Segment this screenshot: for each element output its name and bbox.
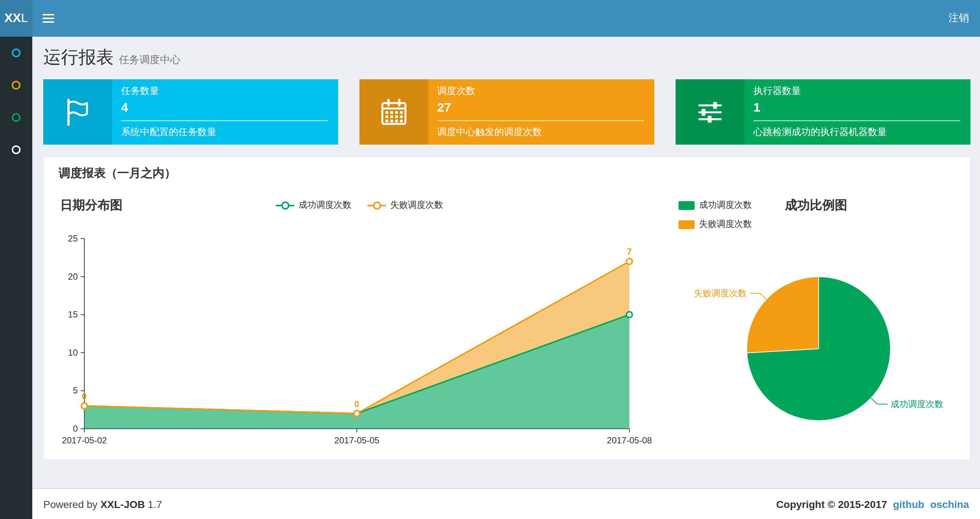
hamburger-icon: [43, 14, 54, 15]
info-box-label: 调度次数: [437, 85, 644, 97]
info-box-label: 执行器数量: [753, 85, 960, 97]
circle-outline-icon: [12, 145, 21, 154]
github-link[interactable]: github: [893, 498, 924, 510]
report-panel: 调度报表（一月之内） 日期分布图 成功调度次数 失败调度次数 051015202…: [43, 156, 970, 460]
calendar-icon: [360, 79, 428, 145]
sidebar: [0, 37, 32, 519]
sidebar-item-4[interactable]: [0, 134, 32, 166]
circle-outline-icon: [12, 113, 21, 122]
svg-text:15: 15: [68, 310, 78, 319]
success-ratio-pie-chart: 成功调度次数失败调度次数: [632, 194, 971, 443]
legend-item-fail[interactable]: 失败调度次数: [368, 199, 443, 211]
info-box-separator: [753, 120, 960, 121]
info-box-desc: 调度中心触发的调度次数: [437, 126, 644, 139]
svg-text:2017-05-02: 2017-05-02: [62, 435, 107, 445]
info-box-desc: 心跳检测成功的执行器机器数量: [753, 126, 960, 139]
svg-text:0: 0: [354, 399, 359, 409]
svg-text:2017-05-05: 2017-05-05: [334, 435, 380, 445]
sidebar-item-2[interactable]: [0, 69, 32, 101]
info-box-desc: 系统中配置的任务数量: [121, 126, 328, 139]
page-subtitle: 任务调度中心: [119, 54, 180, 65]
sliders-icon: [676, 79, 745, 145]
svg-text:10: 10: [68, 348, 78, 358]
circle-outline-icon: [12, 48, 21, 57]
info-box-value: 27: [437, 101, 644, 115]
line-series-marker: [368, 204, 386, 206]
info-box-jobs: 任务数量 4 系统中配置的任务数量: [43, 79, 338, 145]
page-title: 运行报表: [43, 47, 114, 67]
svg-text:成功调度次数: 成功调度次数: [891, 399, 943, 409]
powered-by-text: Powered by: [43, 498, 97, 510]
sidebar-item-3[interactable]: [0, 101, 32, 134]
info-box-separator: [121, 120, 328, 121]
info-box-value: 1: [753, 101, 960, 115]
legend-item-success[interactable]: 成功调度次数: [276, 199, 352, 211]
version-text: 1.7: [148, 498, 162, 510]
legend-label: 失败调度次数: [390, 199, 443, 211]
oschina-link[interactable]: oschina: [930, 498, 969, 510]
info-box-separator: [437, 120, 644, 121]
logo[interactable]: XXL: [0, 0, 32, 37]
sidebar-item-1[interactable]: [0, 37, 32, 69]
svg-text:0: 0: [73, 423, 78, 433]
logo-light-text: L: [21, 11, 28, 26]
copyright-text: Copyright © 2015-2017: [776, 498, 887, 510]
page-footer: Powered by XXL-JOB 1.7 Copyright © 2015-…: [32, 488, 980, 519]
info-box-triggers: 调度次数 27 调度中心触发的调度次数: [360, 79, 654, 145]
date-distribution-chart: 05101520252017-05-022017-05-052017-05-08…: [70, 230, 679, 451]
logo-bold-text: XX: [5, 11, 21, 26]
info-box-value: 4: [121, 101, 328, 115]
svg-text:失败调度次数: 失败调度次数: [694, 288, 747, 298]
page-header: 运行报表任务调度中心: [32, 37, 980, 69]
circle-outline-icon: [12, 81, 21, 89]
svg-text:25: 25: [68, 233, 78, 243]
line-series-marker: [276, 204, 294, 206]
line-chart-legend: 成功调度次数 失败调度次数: [44, 199, 675, 211]
svg-text:20: 20: [68, 271, 78, 281]
svg-text:7: 7: [627, 247, 632, 257]
info-box-label: 任务数量: [121, 85, 328, 97]
svg-text:0: 0: [82, 391, 87, 401]
info-box-executors: 执行器数量 1 心跳检测成功的执行器机器数量: [676, 79, 970, 145]
sidebar-toggle-button[interactable]: [32, 0, 65, 37]
app-root: XXL 注销 运行报表任务调度中心: [0, 0, 980, 519]
brand-text: XXL-JOB: [100, 498, 145, 510]
flag-icon: [43, 79, 112, 145]
info-box-row: 任务数量 4 系统中配置的任务数量: [43, 79, 970, 145]
content-area: 运行报表任务调度中心 任务数量 4 系统中配置的任务数量: [32, 37, 980, 488]
panel-title: 调度报表（一月之内）: [44, 157, 970, 190]
svg-text:5: 5: [73, 385, 78, 395]
legend-label: 成功调度次数: [299, 199, 352, 211]
logout-link[interactable]: 注销: [937, 0, 980, 37]
top-navbar: XXL 注销: [0, 0, 980, 37]
